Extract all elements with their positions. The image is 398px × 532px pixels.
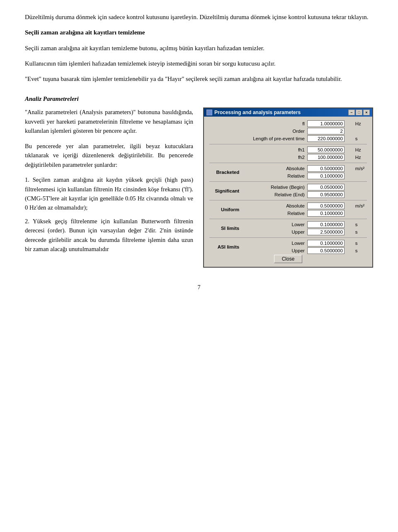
paragraph-1: Düzeltilmiş duruma dönmek için sadece ko… (25, 12, 373, 22)
bracketed-relative-label: Relative (240, 172, 306, 180)
paragraph-1-text: Düzeltilmiş duruma dönmek için sadece ko… (25, 14, 369, 20)
paragraph-3-text: Kullanıcının tüm işlemleri hafızadan tem… (25, 60, 276, 67)
bracketed-absolute-unit: m/s² (354, 165, 368, 172)
fh2-input[interactable] (307, 154, 345, 161)
pre-event-input[interactable] (307, 135, 345, 142)
left-text-1-content: "Analiz parametreleri (Analysis paramete… (25, 109, 193, 134)
order-unit (354, 127, 368, 135)
asi-limits-label: ASI limits (208, 239, 240, 254)
bracketed-absolute-label: Absolute (240, 165, 306, 172)
item-1: 1. Seçilen zaman aralığına ait kaydın yü… (25, 175, 193, 212)
si-lower-label: Lower (240, 221, 306, 228)
significant-begin-input[interactable] (307, 184, 345, 190)
sep-row-5 (208, 217, 368, 221)
uniform-relative-unit (354, 210, 368, 217)
item-1-text: 1. Seçilen zaman aralığına ait kaydın yü… (25, 176, 193, 211)
left-text-2: Bu pencerede yer alan parametreler, ilgi… (25, 142, 193, 169)
param-window: Processing and analysis parameters − □ ×… (203, 107, 373, 268)
left-column: "Analiz parametreleri (Analysis paramete… (25, 107, 193, 268)
bracketed-label: Bracketed (208, 165, 240, 180)
uniform-absolute-input[interactable] (307, 203, 345, 209)
paragraph-4-text: "Evet" tuşuna basarak tüm işlemler temiz… (25, 76, 342, 82)
significant-begin-label: Relative (Begin) (240, 183, 306, 191)
uniform-absolute-unit: m/s² (354, 202, 368, 210)
significant-begin-unit (354, 183, 368, 191)
fl-label: fl (240, 120, 306, 127)
left-text-1: "Analiz parametreleri (Analysis paramete… (25, 107, 193, 135)
si-upper-unit: s (354, 228, 368, 236)
significant-label: Significant (208, 183, 240, 198)
bracketed-absolute-row: Bracketed Absolute m/s² (208, 165, 368, 172)
titlebar-buttons: − □ × (348, 110, 370, 115)
order-label: Order (240, 127, 306, 135)
param-body: fl Hz Order (204, 117, 372, 267)
asi-lower-unit: s (354, 239, 368, 247)
fh2-unit: Hz (354, 154, 368, 161)
order-row: Order (208, 127, 368, 135)
asi-upper-label: Upper (240, 247, 306, 254)
sep-row-2 (208, 161, 368, 165)
significant-end-input[interactable] (307, 191, 345, 198)
si-upper-input[interactable] (307, 229, 345, 235)
close-btn-row: Close (208, 254, 368, 264)
paragraph-3: Kullanıcının tüm işlemleri hafızadan tem… (25, 59, 373, 68)
fh2-row: fh2 Hz (208, 154, 368, 161)
asi-lower-label: Lower (240, 239, 306, 247)
bracketed-relative-input[interactable] (307, 173, 345, 179)
titlebar-left: Processing and analysis parameters (206, 110, 301, 115)
analiz-parametreleri-title: Analiz Parametreleri (25, 95, 373, 102)
asi-upper-unit: s (354, 247, 368, 254)
sep-row-1 (208, 142, 368, 146)
fh1-unit: Hz (354, 146, 368, 154)
pre-event-row: Length of pre-event time s (208, 135, 368, 142)
si-limits-label: SI limits (208, 221, 240, 236)
order-input[interactable] (307, 128, 345, 134)
fh1-input[interactable] (307, 146, 345, 153)
uniform-relative-label: Relative (240, 210, 306, 217)
bracketed-absolute-input[interactable] (307, 165, 345, 172)
item-2-text: 2. Yüksek geçiş filtrelenme için kullanı… (25, 218, 193, 252)
section-heading: Seçili zaman aralığına ait kayıtları tem… (25, 28, 373, 37)
asi-upper-input[interactable] (307, 247, 345, 254)
uniform-absolute-label: Absolute (240, 202, 306, 210)
sep-row-3 (208, 180, 368, 183)
significant-end-label: Relative (End) (240, 191, 306, 198)
minimize-button[interactable]: − (348, 110, 355, 115)
page-number-text: 7 (198, 284, 201, 290)
param-table: fl Hz Order (208, 120, 368, 264)
pre-event-label: Length of pre-event time (240, 135, 306, 142)
maximize-button[interactable]: □ (356, 110, 362, 115)
paragraph-2-text: Seçili zaman aralığına ait kayıtları tem… (25, 45, 265, 51)
item-2: 2. Yüksek geçiş filtrelenme için kullanı… (25, 217, 193, 254)
fl-input[interactable] (307, 120, 345, 127)
analiz-title-text: Analiz Parametreleri (25, 95, 79, 102)
si-lower-input[interactable] (307, 221, 345, 228)
left-text-2-content: Bu pencerede yer alan parametreler, ilgi… (25, 143, 193, 168)
sep-row-4 (208, 198, 368, 202)
si-lower-unit: s (354, 221, 368, 228)
uniform-label: Uniform (208, 202, 240, 217)
uniform-relative-input[interactable] (307, 210, 345, 217)
right-column: Processing and analysis parameters − □ ×… (203, 107, 373, 268)
sep-row-6 (208, 236, 368, 239)
fl-row: fl Hz (208, 120, 368, 127)
fh2-label: fh2 (240, 154, 306, 161)
page-number: 7 (25, 284, 373, 291)
bracketed-relative-unit (354, 172, 368, 180)
uniform-absolute-row: Uniform Absolute m/s² (208, 202, 368, 210)
si-lower-row: SI limits Lower s (208, 221, 368, 228)
window-icon (206, 110, 212, 115)
section-heading-text: Seçili zaman aralığına ait kayıtları tem… (25, 29, 145, 36)
pre-event-unit: s (354, 135, 368, 142)
si-upper-label: Upper (240, 228, 306, 236)
asi-lower-input[interactable] (307, 240, 345, 246)
paragraph-4: "Evet" tuşuna basarak tüm işlemler temiz… (25, 74, 373, 84)
fh1-row: fh1 Hz (208, 146, 368, 154)
fh1-label: fh1 (240, 146, 306, 154)
close-button[interactable]: Close (274, 255, 303, 263)
asi-lower-row: ASI limits Lower s (208, 239, 368, 247)
window-title: Processing and analysis parameters (214, 110, 301, 115)
two-col-layout: "Analiz parametreleri (Analysis paramete… (25, 107, 373, 268)
fl-unit: Hz (354, 120, 368, 127)
close-window-button[interactable]: × (363, 110, 370, 115)
